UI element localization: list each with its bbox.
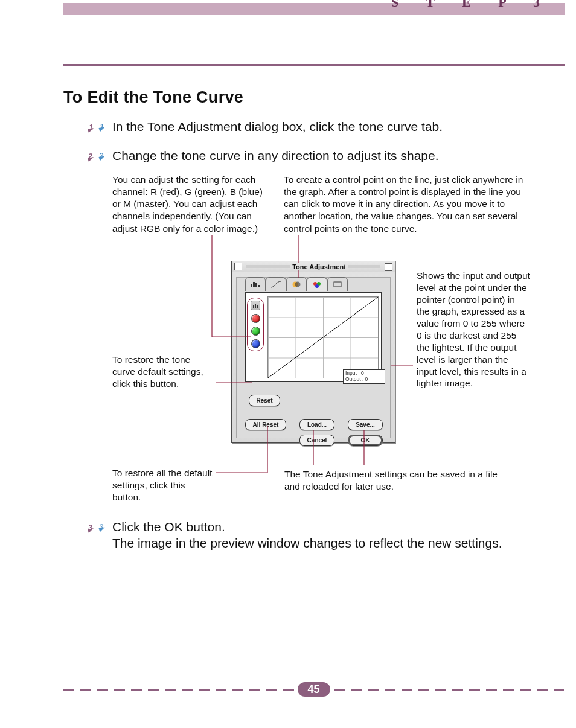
svg-rect-17 — [334, 282, 341, 287]
cancel-button[interactable]: Cancel — [299, 435, 334, 446]
tone-curve-panel — [245, 292, 382, 382]
tab-histogram[interactable] — [245, 277, 266, 291]
page-title: To Edit the Tone Curve — [63, 88, 243, 107]
tone-curve-graph[interactable] — [267, 296, 379, 378]
svg-rect-19 — [255, 304, 256, 308]
close-icon[interactable] — [234, 263, 242, 270]
step-1-text: In the Tone Adjustment dialog box, click… — [112, 120, 443, 134]
window-box-icon[interactable] — [385, 263, 392, 271]
dialog-title: Tone Adjustment — [290, 263, 348, 270]
channel-master-icon[interactable] — [251, 301, 260, 310]
svg-point-13 — [295, 282, 301, 287]
footer-dashes-right — [334, 689, 565, 691]
callout-allreset: To restore all the default settings, cli… — [112, 467, 215, 503]
callout-saveload: The Tone Adjustment settings can be save… — [284, 468, 508, 493]
callout-reset: To restore the tone curve default settin… — [112, 354, 215, 389]
step-bullet-2: 2 2 — [82, 145, 106, 169]
para-left: You can adjust the setting for each chan… — [112, 174, 263, 235]
page-footer: 45 — [63, 683, 564, 695]
io-output-value: Output : 0 — [345, 377, 383, 383]
header-bar: S T E P 3 — [63, 3, 565, 15]
save-button[interactable]: Save... — [348, 419, 383, 430]
channel-blue-icon[interactable] — [251, 339, 260, 348]
tab-channel-mixer[interactable] — [307, 277, 327, 291]
step-bullet-1: 1 1 — [82, 116, 106, 140]
svg-line-21 — [268, 297, 378, 378]
svg-rect-9 — [253, 282, 255, 287]
load-button[interactable]: Load... — [299, 419, 334, 430]
tone-adjustment-dialog: Tone Adjustment — [231, 261, 395, 443]
dialog-titlebar[interactable]: Tone Adjustment — [232, 261, 395, 272]
page: S T E P 3 To Edit the Tone Curve 1 1 In … — [0, 0, 576, 728]
channel-red-icon[interactable] — [251, 314, 260, 323]
io-readout: Input : 0 Output : 0 — [343, 369, 385, 384]
step-2-text: Change the tone curve in any direction t… — [112, 148, 439, 163]
page-number-badge: 45 — [298, 682, 330, 697]
svg-rect-20 — [257, 305, 258, 308]
step-bullet-3: 3 3 — [82, 516, 106, 540]
ok-button[interactable]: OK — [348, 435, 383, 446]
step-3-body: The image in the preview window changes … — [112, 536, 502, 551]
footer-dashes-left — [63, 689, 294, 691]
svg-rect-11 — [258, 285, 260, 287]
dialog-content: Input : 0 Output : 0 Reset All Reset Loa… — [236, 277, 391, 438]
tab-bc[interactable] — [286, 277, 307, 291]
svg-point-16 — [315, 284, 319, 288]
channel-green-icon[interactable] — [251, 327, 260, 336]
para-right: To create a control point on the line, j… — [284, 174, 537, 235]
step-3-heading: Click the OK button. — [112, 520, 225, 534]
dialog-tabs — [245, 277, 348, 291]
tab-curve[interactable] — [266, 277, 286, 291]
channel-selector — [247, 298, 264, 351]
divider-rule — [63, 64, 565, 66]
svg-rect-10 — [255, 283, 257, 287]
step-label: S T E P 3 — [391, 0, 552, 10]
reset-button[interactable]: Reset — [249, 395, 280, 406]
svg-rect-18 — [253, 305, 254, 308]
tab-levels[interactable] — [327, 277, 348, 291]
all-reset-button[interactable]: All Reset — [245, 419, 286, 430]
callout-io: Shows the input and output level at the … — [417, 270, 530, 389]
svg-rect-8 — [251, 284, 252, 287]
